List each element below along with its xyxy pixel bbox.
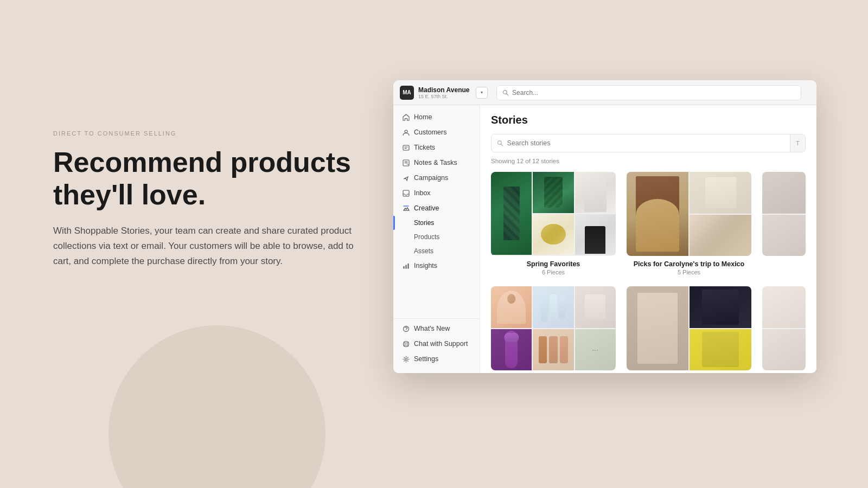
stories-row-1: Spring Favorites 6 Pieces xyxy=(491,172,806,275)
brand-logo: MA xyxy=(400,86,414,100)
app-body: Home Customers xyxy=(393,105,816,373)
titlebar-brand: MA Madison Avenue 15 E. 57th St. ▾ xyxy=(400,86,488,100)
story-images-partial xyxy=(762,172,806,256)
creative-icon xyxy=(402,204,410,212)
story-card-partial[interactable] xyxy=(762,172,806,275)
partial-img-2 xyxy=(762,215,806,256)
story-img-4 xyxy=(533,214,573,255)
sidebar-item-inbox[interactable]: Inbox xyxy=(393,185,480,201)
svg-point-17 xyxy=(405,343,407,345)
story-pieces-carolyne: 5 Pieces xyxy=(627,269,751,275)
story-images-skincare: ··· xyxy=(491,286,616,370)
svg-rect-3 xyxy=(403,145,409,150)
brand-name: Madison Avenue xyxy=(418,86,469,94)
svg-point-22 xyxy=(405,358,407,360)
story-card-spring[interactable]: Spring Favorites 6 Pieces xyxy=(491,172,616,275)
sidebar-item-home-label: Home xyxy=(414,113,432,121)
inbox-icon xyxy=(402,189,410,197)
customers-icon xyxy=(402,129,410,136)
story-images-spring xyxy=(491,172,616,256)
sidebar-subitem-products-label: Products xyxy=(414,233,439,241)
sidebar-item-support-label: Chat with Support xyxy=(414,340,468,348)
stories-search-input[interactable] xyxy=(507,134,784,152)
story-img-5 xyxy=(575,214,616,255)
story-card-partial-2[interactable] xyxy=(762,286,806,373)
story-img-3 xyxy=(575,172,616,213)
sidebar-item-customers[interactable]: Customers xyxy=(393,125,480,140)
tickets-icon xyxy=(402,144,410,151)
skincare-img-6: ··· xyxy=(575,329,616,371)
svg-rect-13 xyxy=(407,264,409,269)
skincare-img-2 xyxy=(533,286,573,328)
stories-row-2: ··· xyxy=(491,286,806,373)
sidebar-item-tickets[interactable]: Tickets xyxy=(393,140,480,155)
content-header: Stories T Showing 12 of 12 stories xyxy=(480,105,816,172)
background-decoration xyxy=(108,325,326,488)
sidebar-item-support[interactable]: Chat with Support xyxy=(393,336,480,351)
svg-point-15 xyxy=(405,330,406,331)
skincare-img-5 xyxy=(533,329,573,371)
home-icon xyxy=(402,113,410,121)
sidebar-item-settings-label: Settings xyxy=(414,355,438,363)
svg-line-1 xyxy=(507,93,508,95)
sidebar-item-notes-label: Notes & Tasks xyxy=(414,159,457,166)
partial2-img-2 xyxy=(762,329,806,371)
story-pieces-spring: 6 Pieces xyxy=(491,269,616,275)
marketing-body: With Shoppable Stories, your team can cr… xyxy=(53,223,362,269)
titlebar-dropdown[interactable]: ▾ xyxy=(476,87,488,99)
showing-count: Showing 12 of 12 stories xyxy=(491,158,806,164)
brand-info: Madison Avenue 15 E. 57th St. xyxy=(418,86,469,99)
titlebar-search[interactable] xyxy=(496,85,801,100)
stories-grid: Spring Favorites 6 Pieces xyxy=(480,172,816,373)
story-card-carolyne[interactable]: Picks for Carolyne's trip to Mexico 5 Pi… xyxy=(627,172,751,275)
svg-rect-12 xyxy=(405,265,406,268)
stories-tab-indicator[interactable]: T xyxy=(790,134,805,152)
sidebar-item-home[interactable]: Home xyxy=(393,110,480,125)
partial-img-1 xyxy=(762,172,806,214)
support-icon xyxy=(402,340,410,348)
marketing-headline: Recommend products they'll love. xyxy=(53,146,368,211)
story-images-partial-2 xyxy=(762,286,806,370)
app-window: MA Madison Avenue 15 E. 57th St. ▾ xyxy=(393,80,816,373)
sidebar-item-inbox-label: Inbox xyxy=(414,189,431,197)
sidebar: Home Customers xyxy=(393,105,480,373)
stories-search-icon xyxy=(497,140,503,146)
story-card-skincare[interactable]: ··· xyxy=(491,286,616,373)
sidebar-subitem-assets[interactable]: Assets xyxy=(393,244,480,258)
brand-address: 15 E. 57th St. xyxy=(418,94,469,99)
sidebar-item-tickets-label: Tickets xyxy=(414,144,435,151)
sidebar-item-whats-new-label: What's New xyxy=(414,325,450,332)
sidebar-item-insights-label: Insights xyxy=(414,262,437,269)
svg-line-24 xyxy=(501,144,503,146)
sidebar-subitem-stories-label: Stories xyxy=(414,219,434,227)
story-card-fashion[interactable] xyxy=(627,286,751,373)
sidebar-item-insights[interactable]: Insights xyxy=(393,258,480,273)
stories-search-inner[interactable] xyxy=(492,134,790,152)
sidebar-item-campaigns-label: Campaigns xyxy=(414,174,448,182)
sidebar-item-settings[interactable]: Settings xyxy=(393,351,480,367)
partial2-img-1 xyxy=(762,286,806,328)
sidebar-item-creative-label: Creative xyxy=(414,204,439,212)
story-img-2 xyxy=(533,172,573,213)
marketing-section: DIRECT TO CONSUMER SELLING Recommend pro… xyxy=(53,130,368,269)
titlebar: MA Madison Avenue 15 E. 57th St. ▾ xyxy=(393,80,816,105)
svg-rect-11 xyxy=(403,266,404,269)
story-images-fashion xyxy=(627,286,751,370)
stories-search-container: T xyxy=(491,134,806,152)
story-img-1 xyxy=(491,172,532,255)
sidebar-item-notes[interactable]: Notes & Tasks xyxy=(393,155,480,170)
sidebar-item-creative[interactable]: Creative xyxy=(393,201,480,216)
sidebar-subitem-products[interactable]: Products xyxy=(393,230,480,244)
sidebar-item-whats-new[interactable]: What's New xyxy=(393,321,480,336)
carolyne-img-1 xyxy=(627,172,688,256)
story-images-carolyne xyxy=(627,172,751,256)
global-search-input[interactable] xyxy=(512,89,795,97)
skincare-img-3 xyxy=(575,286,616,328)
page-title: Stories xyxy=(491,114,806,126)
carolyne-img-2 xyxy=(690,172,751,214)
story-name-spring: Spring Favorites xyxy=(491,260,616,268)
sidebar-item-campaigns[interactable]: Campaigns xyxy=(393,170,480,185)
sidebar-subitem-stories[interactable]: Stories xyxy=(393,216,480,230)
fashion-img-2 xyxy=(690,286,751,328)
campaigns-icon xyxy=(402,174,410,182)
